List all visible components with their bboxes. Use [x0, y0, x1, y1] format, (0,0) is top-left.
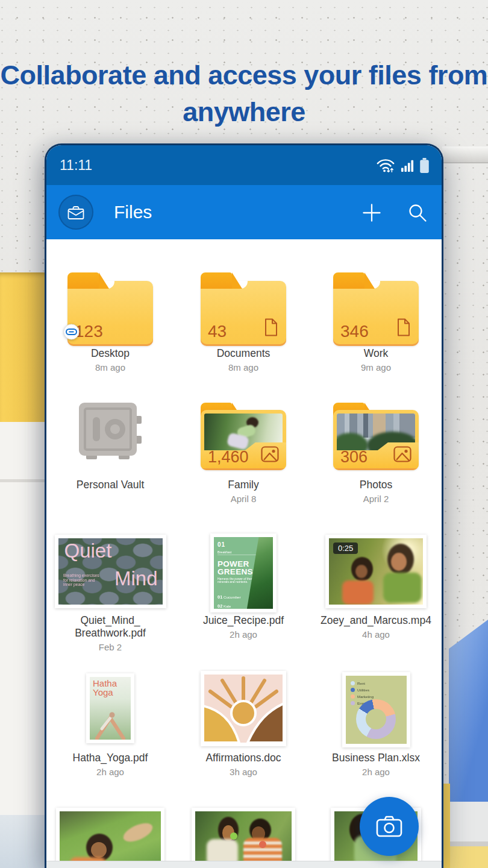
photo-thumbnail: [192, 808, 295, 868]
item-name: Documents: [217, 347, 271, 360]
status-bar: 11:11: [46, 145, 442, 185]
folder-count: 43: [208, 322, 227, 341]
grid-item-personal-vault[interactable]: Personal Vault: [46, 400, 174, 491]
item-meta: 4h ago: [321, 628, 431, 641]
files-grid: 123 Desktop 8m ago: [46, 239, 442, 868]
signal-icon: [401, 158, 414, 172]
item-name: Affirmations.doc: [205, 752, 281, 764]
file-thumbnail: 01 Breakfast POWER GREENS Harness the po…: [210, 533, 277, 612]
folder-icon: 43: [201, 272, 286, 346]
item-meta: 2h ago: [73, 766, 148, 779]
plus-icon: [361, 202, 383, 224]
item-name: Photos: [360, 479, 392, 491]
account-button[interactable]: [58, 195, 93, 230]
phone-mockup: 11:11: [45, 143, 443, 868]
folder-icon: 346: [333, 272, 419, 346]
item-meta: Feb 2: [75, 641, 146, 654]
item-meta: 3h ago: [205, 766, 281, 779]
thumb-text: Quiet: [64, 539, 112, 562]
item-meta: April 2: [360, 492, 392, 506]
grid-item-hatha-yoga-pdf[interactable]: Hatha Yoga Hatha_Yoga.pdf: [46, 671, 174, 779]
document-icon: [396, 318, 411, 339]
grid-item-desktop[interactable]: 123 Desktop 8m ago: [46, 272, 174, 374]
briefcase-icon: [67, 204, 85, 221]
donut-chart: [356, 699, 396, 739]
image-icon: [393, 446, 411, 465]
grid-item-juice-recipe-pdf[interactable]: 01 Breakfast POWER GREENS Harness the po…: [180, 533, 307, 641]
thumb-text: 01: [217, 541, 269, 548]
photo-folder-icon: 1,460: [201, 403, 286, 470]
grid-item-documents[interactable]: 43 Documents 8m ago: [180, 272, 307, 374]
grid-item-photos[interactable]: 306 Photos April 2: [312, 400, 440, 506]
item-meta: 9m ago: [361, 361, 391, 374]
thumb-text: Mind: [114, 567, 158, 590]
item-name: Business Plan.xlsx: [332, 752, 420, 764]
image-icon: [261, 446, 279, 465]
item-meta: 8m ago: [217, 361, 271, 374]
grid-item-family[interactable]: 1,460 Family April 8: [180, 400, 307, 506]
app-bar: Files: [46, 185, 442, 239]
item-name: Family: [228, 479, 259, 491]
photo-thumbnail: [56, 808, 164, 868]
thumb-title: POWER GREENS: [217, 560, 269, 576]
grid-item-work[interactable]: 346 Work 9m ago: [312, 272, 440, 374]
item-name: Personal Vault: [77, 479, 145, 491]
item-name: Work: [361, 347, 391, 360]
page-title: Collaborate and access your files from a…: [0, 57, 488, 130]
yoga-figure: [90, 708, 131, 740]
status-icons: [376, 157, 430, 174]
app-bar-title: Files: [114, 185, 152, 239]
item-meta: 2h ago: [332, 766, 420, 779]
background-yellow-paper: [0, 272, 46, 422]
search-button[interactable]: [407, 202, 428, 224]
boho-sun-art: [204, 675, 283, 743]
folder-icon: 123: [67, 272, 153, 346]
battery-icon: [419, 157, 430, 174]
add-button[interactable]: [361, 202, 383, 224]
item-name: Quiet_Mind_ Breathwork.pdf: [75, 614, 146, 640]
file-thumbnail: Quiet Mind Breathing exercises for relax…: [55, 535, 166, 608]
folder-count: 346: [340, 322, 369, 341]
item-meta: 8m ago: [91, 361, 130, 374]
status-time: 11:11: [60, 157, 92, 174]
item-name: Zoey_and_Marcus.mp4: [321, 614, 431, 627]
file-thumbnail: Hatha Yoga: [86, 673, 134, 743]
item-meta: April 8: [228, 492, 259, 506]
folder-count: 306: [340, 448, 368, 467]
photo-folder-icon: 306: [333, 403, 419, 470]
video-duration-badge: 0:25: [333, 542, 358, 554]
grid-item-zoey-and-marcus-mp4[interactable]: 0:25 Zoey_and_Marcus.mp4 4h ago: [312, 533, 440, 641]
thumb-caption: Harness the power of these vital mineral…: [217, 577, 269, 583]
grid-item-quiet-mind-pdf[interactable]: Quiet Mind Breathing exercises for relax…: [46, 533, 174, 654]
camera-icon: [375, 814, 403, 839]
item-name: Hatha_Yoga.pdf: [73, 752, 148, 764]
thumb-title: Hatha Yoga: [93, 679, 117, 697]
wifi-icon: [376, 157, 395, 173]
item-meta: 2h ago: [203, 628, 284, 641]
item-name: Juice_Recipe.pdf: [203, 614, 284, 627]
video-thumbnail: 0:25: [325, 535, 427, 608]
file-thumbnail: [201, 671, 286, 746]
file-thumbnail: Rent Utilities Marketing Employee Payrol…: [342, 672, 410, 747]
folder-count: 1,460: [208, 448, 249, 467]
thumb-text: Breakfast: [217, 550, 269, 555]
background-ledge: [442, 146, 488, 163]
grid-item-photo-2[interactable]: [180, 808, 307, 868]
grid-item-business-plan-xlsx[interactable]: Rent Utilities Marketing Employee Payrol…: [312, 671, 440, 779]
thumb-list: 01 Cucumber 02 Kale 03 Lemon: [217, 594, 269, 609]
item-name: Desktop: [91, 347, 130, 360]
document-icon: [264, 318, 278, 339]
grid-item-photo-1[interactable]: [46, 808, 174, 868]
background-white-paper: [0, 422, 46, 868]
background-floor: [0, 815, 46, 868]
search-icon: [407, 203, 428, 223]
safe-icon: [77, 403, 144, 463]
background-glass-panel: [449, 620, 488, 802]
thumb-caption: Breathing exercises for relaxation and i…: [63, 573, 100, 587]
bottom-strip: [46, 861, 442, 868]
shared-link-badge: [63, 324, 80, 342]
app-store-screenshot: Collaborate and access your files from a…: [0, 0, 488, 868]
camera-fab[interactable]: [360, 797, 419, 856]
grid-item-affirmations-doc[interactable]: Affirmations.doc 3h ago: [180, 671, 307, 779]
